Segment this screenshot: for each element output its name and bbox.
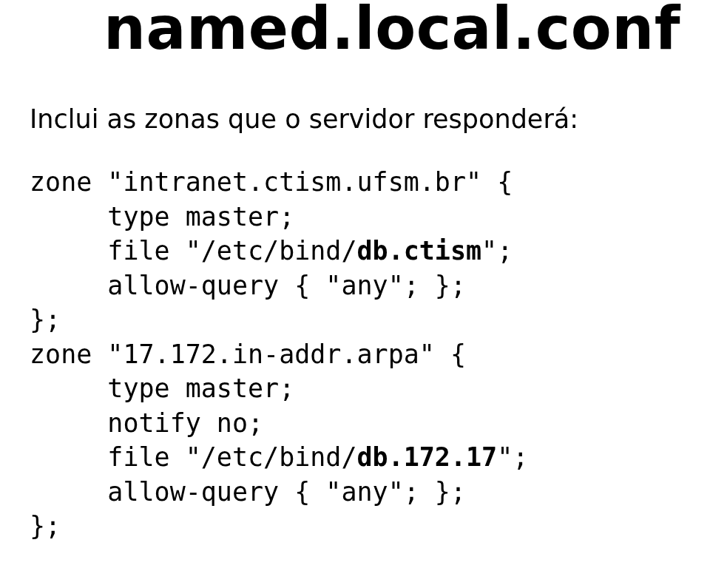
code-line-part: file "/etc/bind/ — [30, 442, 357, 472]
document-page: named.local.conf Inclui as zonas que o s… — [0, 0, 710, 582]
code-block: zone "intranet.ctism.ufsm.br" { type mas… — [30, 165, 680, 544]
code-line: }; — [30, 305, 61, 334]
intro-text: Inclui as zonas que o servidor responder… — [30, 104, 680, 134]
code-line: notify no; — [30, 408, 263, 438]
code-line-part: "; — [481, 236, 513, 266]
code-line-part: file "/etc/bind/ — [30, 236, 357, 266]
code-line: }; — [30, 511, 61, 541]
code-bold: db.172.17 — [357, 442, 498, 472]
page-title: named.local.conf — [30, 0, 680, 63]
code-bold: db.ctism — [357, 236, 482, 266]
code-line: zone "intranet.ctism.ufsm.br" { — [30, 167, 513, 197]
code-line: allow-query { "any"; }; — [30, 477, 466, 507]
code-line-part: "; — [497, 442, 528, 472]
code-line: allow-query { "any"; }; — [30, 271, 466, 300]
code-line: type master; — [30, 202, 294, 232]
code-line: type master; — [30, 374, 294, 403]
code-line: zone "17.172.in-addr.arpa" { — [30, 339, 466, 369]
